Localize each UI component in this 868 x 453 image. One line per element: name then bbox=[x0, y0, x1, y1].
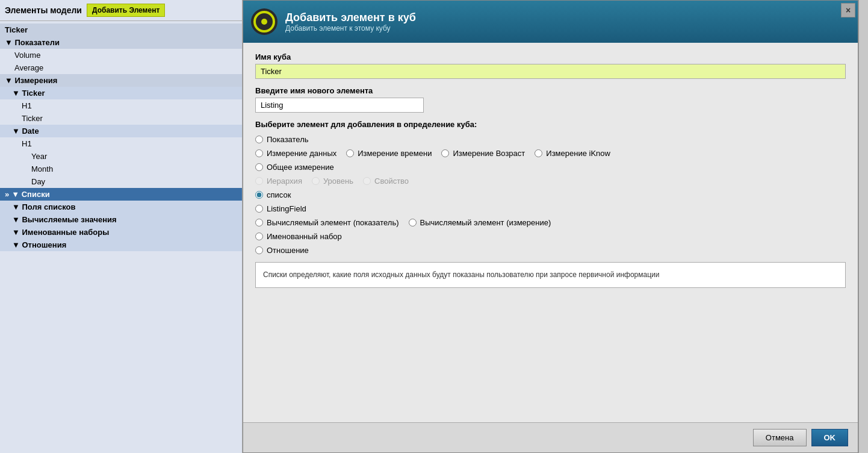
label-listingfield: ListingField bbox=[267, 204, 306, 213]
radio-vychisl-izmerenie[interactable] bbox=[409, 219, 417, 226]
app-icon bbox=[251, 8, 277, 35]
tree-item-volume[interactable]: Volume bbox=[0, 49, 242, 61]
cube-name-label: Имя куба bbox=[255, 52, 846, 61]
new-element-label: Введите имя нового элемента bbox=[255, 86, 846, 95]
label-ierarkhiya: Иерархия bbox=[267, 177, 302, 186]
dialog-body: Имя куба Ticker Введите имя нового элеме… bbox=[243, 43, 858, 422]
tree-item-ticker-item[interactable]: Ticker bbox=[0, 112, 242, 125]
label-vychisl-izmerenie: Вычисляемый элемент (измерение) bbox=[420, 218, 551, 227]
label-izm-vozrast: Измерение Возраст bbox=[453, 149, 525, 158]
dialog-icon bbox=[243, 1, 285, 43]
radio-ierarkhiya[interactable] bbox=[255, 177, 263, 185]
radio-item-vychisl-izmerenie: Вычисляемый элемент (измерение) bbox=[409, 218, 551, 227]
radio-imenovanny[interactable] bbox=[255, 233, 263, 240]
tree-item-vychislyaemye[interactable]: ▼ Вычисляемые значения bbox=[0, 213, 242, 226]
dialog-subtitle: Добавить элемент к этому кубу bbox=[285, 24, 841, 33]
tree-item-pokazateli[interactable]: ▼ Показатели bbox=[0, 36, 242, 49]
select-element-label: Выберите элемент для добавления в опреде… bbox=[255, 120, 846, 129]
cancel-button[interactable]: Отмена bbox=[753, 429, 807, 446]
add-element-button[interactable]: Добавить Элемент bbox=[87, 4, 165, 17]
radio-item-uroven: Уровень bbox=[312, 177, 353, 186]
radio-izm-iknow[interactable] bbox=[535, 149, 542, 157]
dialog: Добавить элемент в куб Добавить элемент … bbox=[243, 0, 858, 453]
label-pokazatel: Показатель bbox=[267, 135, 309, 144]
left-panel: Элементы модели Добавить Элемент Ticker … bbox=[0, 0, 243, 453]
radio-group: Показатель Измерение данных Измерение вр… bbox=[255, 135, 846, 255]
radio-otnoshenie[interactable] bbox=[255, 246, 263, 254]
radio-item-izm-dannyh: Измерение данных bbox=[255, 149, 336, 158]
radio-pokazatel[interactable] bbox=[255, 136, 263, 143]
radio-izm-vremeni[interactable] bbox=[346, 149, 354, 157]
tree-area: Ticker ▼ Показатели Volume Average ▼ Изм… bbox=[0, 21, 242, 453]
dialog-title: Добавить элемент в куб bbox=[285, 11, 841, 24]
panel-title: Элементы модели bbox=[5, 5, 82, 15]
radio-row-listingfield: ListingField bbox=[255, 204, 846, 213]
label-spisok: список bbox=[267, 190, 291, 199]
label-vychisl-pokazatel: Вычисляемый элемент (показатель) bbox=[267, 218, 399, 227]
radio-row-hierarchy: Иерархия Уровень Свойство bbox=[255, 177, 846, 186]
tree-item-ticker-dim[interactable]: ▼ Ticker bbox=[0, 87, 242, 99]
right-area: Добавить элемент в куб Добавить элемент … bbox=[243, 0, 868, 453]
tree-item-day[interactable]: Day bbox=[0, 175, 242, 188]
label-izm-vremeni: Измерение времени bbox=[358, 149, 432, 158]
new-element-input[interactable] bbox=[255, 98, 424, 113]
tree-item-h1-ticker[interactable]: H1 bbox=[0, 99, 242, 112]
tree-item-polya-spiskov[interactable]: ▼ Поля списков bbox=[0, 201, 242, 213]
dialog-footer: Отмена OK bbox=[243, 422, 858, 452]
radio-row-spisok: список bbox=[255, 190, 846, 199]
radio-uroven[interactable] bbox=[312, 177, 320, 185]
tree-item-average[interactable]: Average bbox=[0, 61, 242, 74]
radio-item-ierarkhiya: Иерархия bbox=[255, 177, 302, 186]
tree-item-ticker-root[interactable]: Ticker bbox=[0, 23, 242, 36]
label-svoystvo: Свойство bbox=[374, 177, 409, 186]
tree-item-date-dim[interactable]: ▼ Date bbox=[0, 125, 242, 137]
radio-row-imenovanny: Именованный набор bbox=[255, 232, 846, 241]
label-otnoshenie: Отношение bbox=[267, 246, 309, 255]
label-izm-iknow: Измерение iKnow bbox=[546, 149, 610, 158]
radio-row-obshchee: Общее измерение bbox=[255, 163, 846, 172]
dialog-close-button[interactable]: × bbox=[841, 3, 855, 17]
tree-item-h1-date[interactable]: H1 bbox=[0, 137, 242, 150]
dialog-title-area: Добавить элемент в куб Добавить элемент … bbox=[285, 1, 841, 43]
info-box: Списки определяют, какие поля исходных д… bbox=[255, 262, 846, 288]
label-obshchee: Общее измерение bbox=[267, 163, 334, 172]
tree-item-year[interactable]: Year bbox=[0, 150, 242, 163]
radio-row-vychisl: Вычисляемый элемент (показатель) Вычисля… bbox=[255, 218, 846, 227]
label-imenovanny: Именованный набор bbox=[267, 232, 342, 241]
tree-item-izmereniya[interactable]: ▼ Измерения bbox=[0, 74, 242, 87]
radio-izm-dannyh[interactable] bbox=[255, 149, 263, 157]
tree-item-month[interactable]: Month bbox=[0, 163, 242, 175]
radio-row-pokazatel: Показатель bbox=[255, 135, 846, 144]
radio-item-svoystvo: Свойство bbox=[363, 177, 409, 186]
tree-item-spiski[interactable]: » ▼ Списки bbox=[0, 188, 242, 201]
dialog-titlebar: Добавить элемент в куб Добавить элемент … bbox=[243, 1, 858, 43]
radio-row-otnoshenie: Отношение bbox=[255, 246, 846, 255]
tree-item-imenovannye[interactable]: ▼ Именованные наборы bbox=[0, 226, 242, 239]
cube-name-value: Ticker bbox=[255, 64, 846, 79]
radio-svoystvo[interactable] bbox=[363, 177, 371, 185]
label-uroven: Уровень bbox=[323, 177, 353, 186]
radio-item-izm-iknow: Измерение iKnow bbox=[535, 149, 610, 158]
radio-item-vychisl-pokazatel: Вычисляемый элемент (показатель) bbox=[255, 218, 399, 227]
radio-spisok[interactable] bbox=[255, 191, 263, 199]
ok-button[interactable]: OK bbox=[811, 429, 849, 446]
left-header: Элементы модели Добавить Элемент bbox=[0, 0, 242, 21]
radio-item-izm-vozrast: Измерение Возраст bbox=[441, 149, 525, 158]
radio-izm-vozrast[interactable] bbox=[441, 149, 449, 157]
radio-listingfield[interactable] bbox=[255, 205, 263, 213]
radio-obshchee[interactable] bbox=[255, 163, 263, 171]
label-izm-dannyh: Измерение данных bbox=[267, 149, 336, 158]
scrollbar[interactable] bbox=[858, 0, 868, 453]
radio-vychisl-pokazatel[interactable] bbox=[255, 219, 263, 226]
tree-item-otnosheniya[interactable]: ▼ Отношения bbox=[0, 239, 242, 251]
radio-row-izm: Измерение данных Измерение времени Измер… bbox=[255, 149, 846, 158]
radio-item-izm-vremeni: Измерение времени bbox=[346, 149, 432, 158]
